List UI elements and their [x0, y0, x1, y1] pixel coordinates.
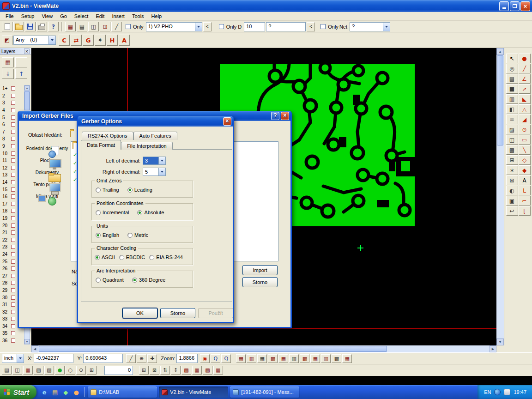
mode-icon[interactable]: ▧ [34, 366, 43, 375]
display-mode-icon[interactable]: ▥ [321, 354, 331, 363]
layer-row[interactable]: 35 [1, 330, 23, 337]
radio-option[interactable]: English [96, 232, 119, 238]
horizontal-scrollbar[interactable]: ◀ ▶ [31, 345, 496, 352]
menu-item[interactable]: Go [56, 13, 71, 19]
tray-icon[interactable] [504, 389, 510, 395]
layer-color-swatch[interactable] [11, 187, 15, 192]
tool-palette-icon[interactable]: ╲ [519, 145, 531, 155]
layers-tool-button[interactable]: ↑ [15, 69, 27, 79]
zoom-value-field[interactable]: 1.8866 [176, 354, 198, 363]
menu-item[interactable]: Tools [128, 13, 148, 19]
display-mode-icon[interactable]: ▩ [268, 354, 278, 363]
menu-item[interactable]: View [38, 13, 56, 19]
tool-palette-icon[interactable]: ◇ [519, 155, 531, 165]
close-button[interactable]: × [223, 117, 231, 126]
tool-palette-icon[interactable]: △ [519, 104, 531, 114]
taskbar-task-button[interactable]: [191-482-091] - Mess... [230, 387, 299, 398]
tool-palette-icon[interactable]: ⌐ [519, 196, 531, 206]
pattern-icon[interactable]: ▩ [181, 366, 191, 375]
layer-color-swatch[interactable] [11, 202, 15, 206]
layer-color-swatch[interactable] [11, 274, 15, 278]
x-coordinate-field[interactable]: -0.942237 [34, 354, 73, 363]
mode-icon[interactable]: ▦ [23, 366, 33, 375]
left-of-decimal-select[interactable]: 3 [143, 157, 166, 165]
toolbar-tool-icon[interactable]: ▦ [65, 22, 76, 31]
layer-color-swatch[interactable] [11, 122, 15, 127]
tool-palette-icon[interactable]: ▣ [506, 196, 518, 206]
menu-item[interactable]: Edit [92, 13, 108, 19]
tool-palette-icon[interactable]: ⌊ [519, 206, 531, 216]
radio-option[interactable]: Leading [127, 187, 152, 193]
mode-icon[interactable]: ⊞ [87, 366, 97, 375]
scroll-left-icon[interactable]: ◀ [31, 345, 38, 352]
tool-palette-icon[interactable]: ▥ [506, 94, 518, 104]
layer-color-swatch[interactable] [11, 317, 15, 321]
chevron-down-icon[interactable] [48, 36, 55, 44]
menu-item[interactable]: Insert [108, 13, 128, 19]
zoom-tool-icon[interactable]: Q [211, 354, 220, 363]
query-tool-button[interactable]: C [59, 35, 70, 46]
tool-palette-icon[interactable]: ⊙ [519, 125, 531, 134]
display-mode-icon[interactable]: ▥ [247, 354, 256, 363]
layer-color-swatch[interactable] [11, 245, 15, 249]
layer-color-swatch[interactable] [11, 137, 15, 141]
layer-color-swatch[interactable] [11, 238, 15, 242]
measure-tool-icon[interactable]: ✚ [147, 354, 157, 363]
close-button[interactable]: × [520, 1, 530, 11]
layer-color-swatch[interactable] [11, 209, 15, 213]
tool-palette-icon[interactable]: ◎ [506, 64, 518, 73]
quick-launch-icon[interactable]: ◆ [61, 388, 70, 396]
layer-color-swatch[interactable] [11, 252, 15, 256]
layers-tool-button[interactable] [15, 57, 27, 67]
menu-item[interactable]: File [2, 13, 18, 19]
net-select[interactable]: ? [350, 22, 390, 31]
layer-color-swatch[interactable] [11, 266, 15, 271]
import-button[interactable]: Import [242, 265, 278, 275]
layer-color-swatch[interactable] [11, 144, 15, 148]
query-tool-button[interactable]: G [83, 35, 94, 46]
layer-color-swatch[interactable] [11, 101, 15, 105]
menu-item[interactable]: Select [71, 13, 92, 19]
place-network[interactable]: Místa v síti [24, 194, 70, 199]
layers-close-button[interactable]: × [24, 48, 30, 54]
taskbar-task-button[interactable]: V2.bin - ViewMate [159, 387, 228, 398]
cancel-button[interactable]: Storno [242, 277, 278, 287]
display-mode-icon[interactable]: ▥ [289, 354, 299, 363]
layer-color-swatch[interactable] [11, 288, 15, 292]
measure-tool-icon[interactable]: ╱ [126, 354, 136, 363]
chevron-down-icon[interactable] [17, 354, 24, 363]
layer-color-swatch[interactable] [11, 173, 15, 177]
tool-palette-icon[interactable]: ╱ [519, 64, 531, 73]
selection-filter-select[interactable]: Any (U) [13, 36, 56, 45]
context-help-button[interactable]: ? [48, 22, 59, 31]
display-mode-icon[interactable]: ▦ [257, 354, 267, 363]
pattern-icon[interactable]: ⇅ [160, 366, 170, 375]
layer-color-swatch[interactable] [11, 151, 15, 156]
radio-option[interactable]: 360 Degree [132, 277, 166, 283]
scrollbar-thumb[interactable] [39, 346, 387, 352]
chevron-down-icon[interactable] [383, 23, 390, 31]
query-tool-button[interactable]: ⇄ [71, 35, 82, 46]
minimize-button[interactable] [499, 1, 509, 11]
radio-option[interactable]: Absolute [137, 210, 164, 215]
pattern-icon[interactable]: ⊠ [150, 366, 159, 375]
update-tray-icon[interactable] [494, 389, 501, 395]
tab[interactable]: RS274-X Options [82, 132, 133, 140]
place-desktop[interactable]: Plocha [24, 158, 70, 163]
only-dcode-checkbox[interactable] [219, 24, 224, 29]
chevron-down-icon[interactable] [158, 157, 165, 164]
dcode-query-field[interactable]: ? [266, 22, 306, 31]
filter-mode-icon[interactable]: ◩ [2, 36, 12, 45]
close-button[interactable]: × [281, 112, 289, 120]
dcode-value-field[interactable]: 10 [244, 22, 265, 31]
layer-row[interactable]: 36 [1, 337, 23, 345]
quick-launch-icon[interactable]: ● [72, 388, 80, 396]
previous-layer-button[interactable]: < [203, 22, 212, 31]
layer-color-swatch[interactable] [11, 115, 15, 120]
language-indicator[interactable]: EN [484, 389, 491, 395]
layer-color-swatch[interactable] [11, 166, 15, 170]
scroll-right-icon[interactable]: ▶ [490, 345, 496, 352]
open-file-button[interactable] [13, 22, 24, 31]
layer-color-swatch[interactable] [11, 331, 15, 335]
radio-option[interactable]: EIA RS-244 [149, 254, 182, 260]
